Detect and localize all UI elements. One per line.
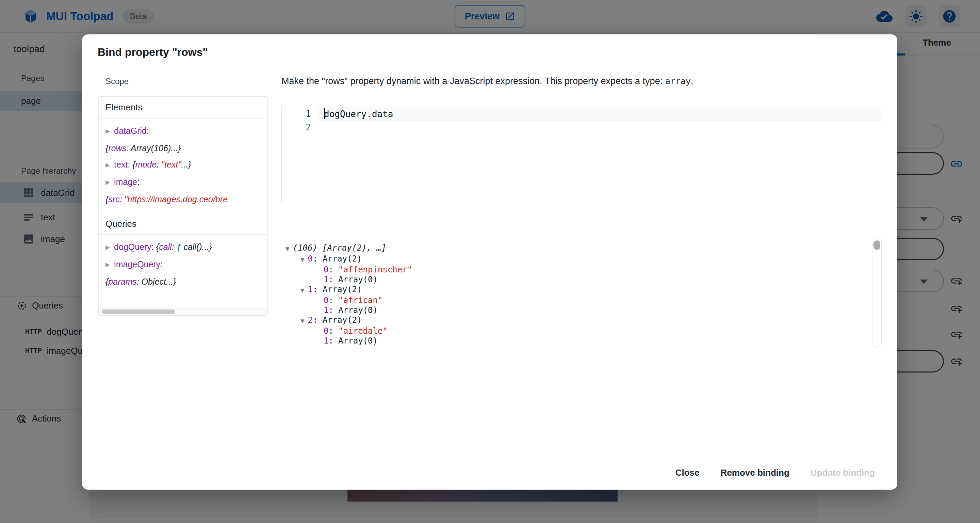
tree-row[interactable]: 0: Array(2): [282, 254, 872, 265]
token-key: 0: [324, 326, 328, 336]
bind-property-dialog: Bind property "rows" Scope Elements data…: [82, 34, 897, 490]
dialog-description: Make the "rows" property dynamic with a …: [282, 76, 693, 86]
token-key: 0: [308, 254, 313, 263]
token-plainI: {: [132, 160, 135, 169]
horizontal-scrollbar[interactable]: [99, 308, 268, 315]
horizontal-scrollbar-thumb[interactable]: [102, 309, 175, 314]
tree-row[interactable]: 3: Array(2): [282, 346, 872, 347]
tree-row: 0: "airedale": [282, 326, 872, 336]
expand-toggle-icon[interactable]: [105, 257, 110, 273]
collapse-toggle-icon[interactable]: [285, 244, 290, 254]
line-number: 1: [282, 107, 318, 121]
editor-gutter: 1 2: [282, 107, 318, 134]
token-strI: "text": [161, 160, 181, 169]
token-plainI: call()...}: [181, 242, 212, 252]
token-plain: : Array(0): [328, 336, 378, 346]
token-key: image: [114, 177, 137, 187]
token-key: 3: [308, 346, 313, 347]
token-plain: : Array(0): [328, 275, 378, 284]
expand-toggle-icon[interactable]: [105, 174, 110, 190]
queries-section-header: Queries: [99, 213, 267, 234]
scope-row[interactable]: dataGrid:: [105, 123, 267, 140]
token-fn: ƒ: [177, 242, 181, 252]
description-text: .: [691, 76, 694, 86]
dialog-title: Bind property "rows": [98, 46, 208, 59]
expand-toggle-icon[interactable]: [105, 239, 110, 255]
token-key: imageQuery: [114, 260, 160, 269]
token-plain: : Array(0): [328, 305, 378, 315]
tree-row: 1: Array(0): [282, 336, 872, 346]
scope-row[interactable]: text: {mode: "text"...}: [105, 156, 267, 174]
token-keyI: mode: [135, 160, 157, 169]
token-str: "african": [338, 295, 382, 305]
token-plain: :: [160, 260, 163, 269]
expand-toggle-icon[interactable]: [105, 156, 110, 173]
collapse-toggle-icon[interactable]: [301, 286, 305, 295]
token-plainI: ...}: [181, 160, 191, 169]
token-key: dogQuery: [114, 242, 151, 252]
token-plain: :: [147, 126, 149, 136]
token-plain: :: [328, 295, 338, 305]
token-key: dataGrid: [114, 126, 147, 136]
close-button[interactable]: Close: [667, 463, 708, 483]
token-key: 1: [324, 275, 328, 284]
tree-row: 0: "affenpinscher": [282, 265, 872, 275]
editor-content[interactable]: dogQuery.data: [318, 105, 881, 134]
token-key: 0: [324, 265, 328, 274]
description-text: Make the "rows" property dynamic with a …: [282, 76, 665, 86]
token-str: "airedale": [338, 326, 388, 336]
elements-list: dataGrid:{rows: Array(106)...}text: {mod…: [99, 118, 267, 213]
queries-list: dogQuery: {call: ƒ call()...}imageQuery:…: [99, 234, 267, 295]
token-plain: : Array(2): [313, 315, 362, 325]
tree-row[interactable]: 2: Array(2): [282, 315, 872, 326]
line-number: 2: [282, 121, 318, 134]
editor-line[interactable]: [318, 121, 881, 134]
scope-row[interactable]: imageQuery:: [105, 256, 267, 273]
js-expression-editor[interactable]: 1 2 dogQuery.data: [282, 105, 881, 205]
token-plainI: :: [172, 242, 177, 252]
token-plain: :: [127, 160, 132, 169]
token-plainI: :: [156, 160, 161, 169]
dialog-actions: Close Remove binding Update binding: [667, 463, 884, 483]
remove-binding-button[interactable]: Remove binding: [712, 463, 798, 483]
scope-row: {src: "https://images.dog.ceo/bre: [105, 191, 267, 207]
token-plain: : Array(2): [313, 346, 362, 347]
app-root: MUI Toolpad Beta Preview: [0, 0, 980, 523]
token-keyI: src: [108, 195, 119, 204]
editor-code: dogQuery.data: [324, 109, 393, 119]
elements-section-header: Elements: [99, 97, 267, 118]
evaluation-preview-tree: (106) [Array(2), …]0: Array(2)0: "affenp…: [282, 235, 872, 347]
tree-row[interactable]: (106) [Array(2), …]: [282, 243, 872, 254]
vertical-scrollbar[interactable]: [872, 238, 882, 348]
token-str: "affenpinscher": [338, 265, 412, 274]
expand-toggle-icon[interactable]: [105, 123, 110, 139]
token-plain: : Array(2): [313, 254, 362, 263]
token-plainI: (106) [Array(2), …]: [293, 243, 387, 253]
tree-row: 1: Array(0): [282, 275, 872, 285]
token-key: 1: [308, 285, 313, 294]
token-plainI: :: [120, 195, 124, 204]
token-plain: : Array(2): [313, 285, 362, 294]
token-plainI: : Object...}: [137, 277, 176, 286]
token-keyI: params: [108, 277, 137, 286]
token-key: 2: [308, 315, 313, 325]
update-binding-button: Update binding: [802, 463, 884, 483]
tree-row[interactable]: 1: Array(2): [282, 285, 872, 295]
collapse-toggle-icon[interactable]: [301, 316, 305, 326]
scope-row[interactable]: dogQuery: {call: ƒ call()...}: [105, 239, 267, 256]
collapse-toggle-icon[interactable]: [301, 255, 305, 265]
token-plainI: {: [156, 242, 159, 252]
token-plain: :: [328, 265, 338, 274]
scope-explorer: Elements dataGrid:{rows: Array(106)...}t…: [98, 96, 268, 316]
token-keyI: rows: [108, 144, 126, 153]
scope-row: {params: Object...}: [105, 273, 267, 290]
token-key: 1: [324, 305, 328, 315]
scope-label: Scope: [105, 77, 129, 86]
scope-row[interactable]: image:: [105, 174, 267, 191]
vertical-scrollbar-thumb[interactable]: [873, 241, 880, 250]
tree-row: 1: Array(0): [282, 305, 872, 315]
token-key: 1: [324, 336, 328, 346]
token-key: 0: [324, 295, 328, 305]
token-strI: "https://images.dog.ceo/bre: [124, 195, 228, 204]
editor-active-line[interactable]: dogQuery.data: [318, 107, 881, 121]
